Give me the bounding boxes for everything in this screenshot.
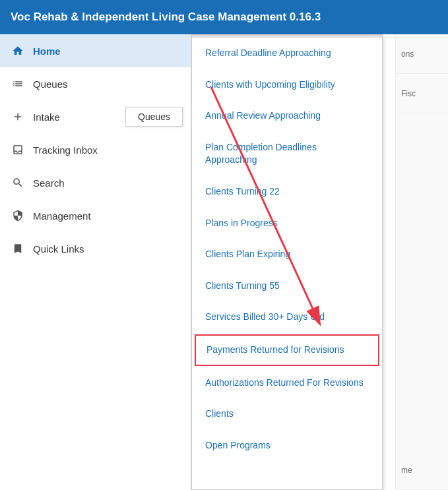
app-title: Voc Rehab & Independent Living Case Mana… (11, 11, 321, 24)
queues-icon (11, 77, 25, 91)
menu-item-clients-turning-22[interactable]: Clients Turning 22 (192, 176, 382, 208)
menu-item-authorizations-returned[interactable]: Authorizations Returned For Revisions (192, 367, 382, 399)
quick-links-icon (11, 241, 25, 256)
menu-item-services-billed[interactable]: Services Billed 30+ Days Old (192, 301, 382, 333)
sidebar-queues-label: Queues (33, 78, 68, 90)
sidebar-item-home[interactable]: Home (0, 34, 191, 67)
sidebar-item-search[interactable]: Search (0, 166, 191, 199)
menu-item-upcoming-eligibility[interactable]: Clients with Upcoming Eligibility (192, 69, 382, 101)
home-icon (11, 44, 25, 58)
menu-items-container: Referral Deadline ApproachingClients wit… (192, 38, 382, 461)
menu-item-clients[interactable]: Clients (192, 398, 382, 430)
tracking-inbox-icon (11, 142, 25, 157)
sidebar-home-label: Home (33, 46, 61, 57)
menu-item-payments-returned[interactable]: Payments Returned for Revisions (195, 334, 379, 366)
menu-item-open-programs[interactable]: Open Programs (192, 430, 382, 462)
menu-item-plan-completion[interactable]: Plan Completion Deadlines Approaching (192, 132, 382, 176)
sidebar-search-label: Search (33, 177, 65, 189)
app-header: Voc Rehab & Independent Living Case Mana… (0, 0, 448, 34)
sidebar-tracking-inbox-label: Tracking Inbox (33, 144, 98, 156)
menu-item-clients-plan-expiring[interactable]: Clients Plan Expiring (192, 239, 382, 270)
management-icon (11, 208, 25, 223)
sidebar-management-label: Management (33, 210, 91, 222)
right-side-item-3: me (396, 450, 448, 490)
menu-item-referral-deadline[interactable]: Referral Deadline Approaching (192, 38, 382, 69)
menu-item-plans-in-progress[interactable]: Plans in Progress (192, 208, 382, 239)
menu-item-clients-turning-55[interactable]: Clients Turning 55 (192, 270, 382, 302)
sidebar-item-tracking-inbox[interactable]: Tracking Inbox (0, 133, 191, 166)
sidebar-item-quick-links[interactable]: Quick Links (0, 232, 191, 265)
sidebar: Home Queues Intake (0, 34, 191, 490)
sidebar-item-management[interactable]: Management (0, 199, 191, 232)
queues-submenu-label: Queues (125, 107, 183, 127)
menu-item-annual-review[interactable]: Annual Review Approaching (192, 100, 382, 132)
right-panel: Referral Deadline ApproachingClients wit… (191, 34, 448, 490)
main-layout: Home Queues Intake (0, 34, 448, 490)
right-side-item-1: ons (396, 34, 448, 74)
queues-dropdown-menu: Referral Deadline ApproachingClients wit… (191, 34, 383, 490)
sidebar-quick-links-label: Quick Links (33, 243, 84, 255)
search-icon (11, 175, 25, 190)
sidebar-item-queues[interactable]: Queues (0, 67, 191, 100)
right-side-item-2: Fisc (396, 74, 448, 113)
sidebar-intake-label: Intake (33, 111, 60, 123)
intake-icon (11, 109, 25, 124)
right-side-content: ons Fisc me (395, 34, 448, 490)
